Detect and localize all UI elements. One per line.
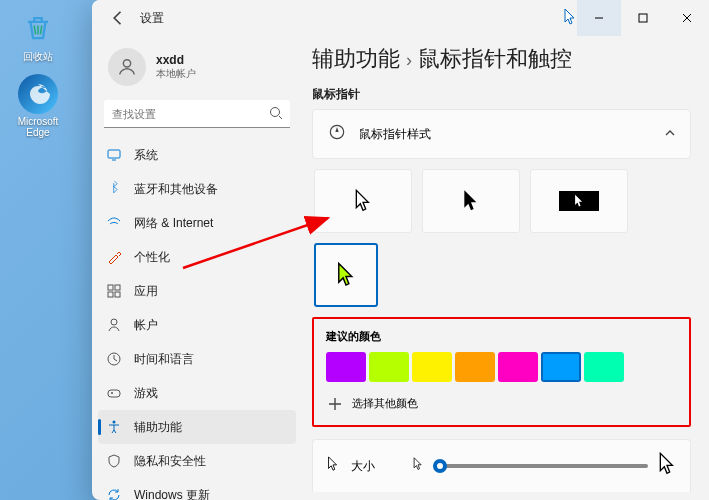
color-swatch-6[interactable] [584, 352, 624, 382]
sidebar-item-7[interactable]: 游戏 [92, 376, 302, 410]
color-swatch-5[interactable] [541, 352, 581, 382]
svg-rect-0 [639, 14, 647, 22]
slider-thumb[interactable] [433, 459, 447, 473]
wifi-icon [106, 215, 122, 231]
svg-point-2 [271, 108, 280, 117]
sidebar: xxdd 本地帐户 系统蓝牙和其他设备网络 & Internet个性化应用帐户时… [92, 36, 302, 500]
sidebar-item-0[interactable]: 系统 [92, 138, 302, 172]
update-icon [106, 487, 122, 500]
colors-label: 建议的颜色 [326, 329, 677, 344]
sidebar-item-4[interactable]: 应用 [92, 274, 302, 308]
plus-icon [328, 397, 342, 411]
apps-icon [106, 283, 122, 299]
sidebar-item-label: 隐私和安全性 [134, 453, 206, 470]
main-content: 辅助功能›鼠标指针和触控 鼠标指针 鼠标指针样式 [302, 36, 709, 500]
sidebar-item-label: 时间和语言 [134, 351, 194, 368]
account-block[interactable]: xxdd 本地帐户 [92, 40, 302, 96]
breadcrumb: 辅助功能›鼠标指针和触控 [312, 40, 691, 80]
svg-rect-10 [108, 390, 120, 397]
desktop-label: Microsoft Edge [10, 116, 66, 138]
color-swatch-0[interactable] [326, 352, 366, 382]
desktop-icon-edge[interactable]: Microsoft Edge [10, 74, 66, 138]
color-swatch-3[interactable] [455, 352, 495, 382]
breadcrumb-current: 鼠标指针和触控 [418, 46, 572, 71]
sidebar-item-label: Windows 更新 [134, 487, 210, 501]
size-label: 大小 [351, 458, 401, 475]
svg-rect-3 [108, 150, 120, 158]
more-color-label: 选择其他颜色 [352, 396, 418, 411]
bluetooth-icon [106, 181, 122, 197]
color-swatch-2[interactable] [412, 352, 452, 382]
svg-point-8 [111, 319, 117, 325]
pointer-style-grid [314, 169, 689, 233]
pointer-size-row: 大小 [312, 439, 691, 492]
sidebar-item-label: 个性化 [134, 249, 170, 266]
expander-label: 鼠标指针样式 [359, 126, 431, 143]
avatar-icon [108, 48, 146, 86]
sidebar-item-label: 帐户 [134, 317, 158, 334]
color-swatch-1[interactable] [369, 352, 409, 382]
sidebar-item-6[interactable]: 时间和语言 [92, 342, 302, 376]
sidebar-item-3[interactable]: 个性化 [92, 240, 302, 274]
titlebar: 设置 [92, 0, 709, 36]
close-button[interactable] [665, 0, 709, 36]
access-icon [106, 419, 122, 435]
search-icon [268, 105, 284, 121]
svg-rect-5 [115, 285, 120, 290]
back-button[interactable] [108, 8, 128, 28]
account-name: xxdd [156, 53, 196, 67]
search-input[interactable] [104, 100, 290, 128]
sidebar-item-10[interactable]: Windows 更新 [92, 478, 302, 500]
pointer-style-custom[interactable] [314, 243, 378, 307]
desktop-label: 回收站 [10, 50, 66, 64]
sidebar-item-label: 应用 [134, 283, 158, 300]
chevron-right-icon: › [406, 50, 412, 70]
pointer-style-white[interactable] [314, 169, 412, 233]
sidebar-item-label: 蓝牙和其他设备 [134, 181, 218, 198]
window-title: 设置 [140, 10, 577, 27]
pointer-style-black[interactable] [422, 169, 520, 233]
svg-rect-4 [108, 285, 113, 290]
sidebar-item-9[interactable]: 隐私和安全性 [92, 444, 302, 478]
sidebar-item-label: 网络 & Internet [134, 215, 213, 232]
size-slider[interactable] [433, 464, 648, 468]
search-box[interactable] [104, 100, 290, 128]
brush-icon [106, 249, 122, 265]
breadcrumb-parent[interactable]: 辅助功能 [312, 46, 400, 71]
cursor-size-max-icon [658, 452, 676, 480]
maximize-button[interactable] [621, 0, 665, 36]
display-icon [106, 147, 122, 163]
svg-point-11 [113, 421, 116, 424]
minimize-button[interactable] [577, 0, 621, 36]
settings-window: 设置 xxdd 本地帐户 系统蓝牙和其他设备网络 & Internet个性化 [92, 0, 709, 500]
clock-icon [106, 351, 122, 367]
color-swatches [326, 352, 677, 382]
pointer-style-expander[interactable]: 鼠标指针样式 [312, 109, 691, 159]
svg-point-1 [123, 60, 130, 67]
chevron-up-icon [664, 125, 676, 143]
person-icon [106, 317, 122, 333]
choose-other-color[interactable]: 选择其他颜色 [326, 392, 677, 415]
shield-icon [106, 453, 122, 469]
account-sub: 本地帐户 [156, 67, 196, 81]
cursor-icon [327, 122, 347, 146]
sidebar-item-2[interactable]: 网络 & Internet [92, 206, 302, 240]
suggested-colors-panel: 建议的颜色 选择其他颜色 [312, 317, 691, 427]
cursor-small-icon [327, 456, 339, 476]
desktop-icon-recycle[interactable]: 回收站 [10, 8, 66, 64]
section-pointer-label: 鼠标指针 [312, 86, 691, 103]
sidebar-item-label: 辅助功能 [134, 419, 182, 436]
edge-icon [18, 74, 58, 114]
svg-rect-6 [108, 292, 113, 297]
sidebar-item-1[interactable]: 蓝牙和其他设备 [92, 172, 302, 206]
pointer-style-inverted[interactable] [530, 169, 628, 233]
sidebar-item-5[interactable]: 帐户 [92, 308, 302, 342]
recycle-bin-icon [18, 8, 58, 48]
sidebar-item-label: 系统 [134, 147, 158, 164]
sidebar-item-8[interactable]: 辅助功能 [98, 410, 296, 444]
sidebar-item-label: 游戏 [134, 385, 158, 402]
inverted-icon [559, 191, 599, 211]
cursor-size-min-icon [413, 457, 423, 475]
game-icon [106, 385, 122, 401]
color-swatch-4[interactable] [498, 352, 538, 382]
